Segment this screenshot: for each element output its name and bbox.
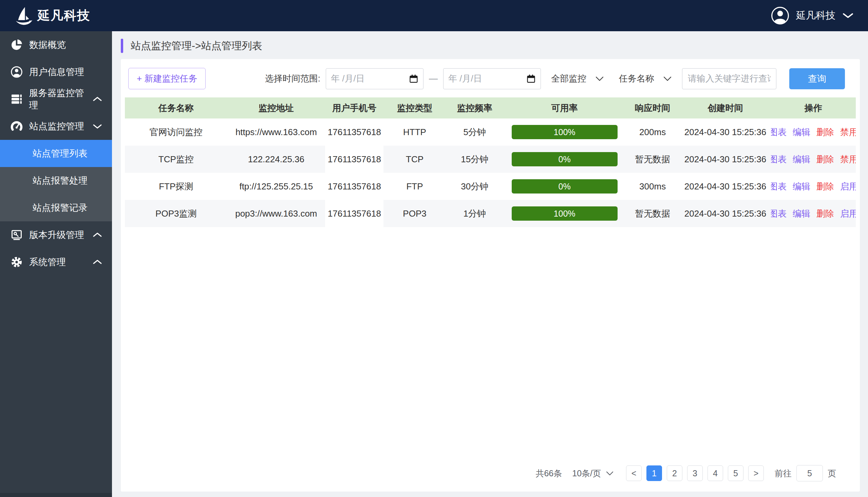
user-icon [10, 66, 24, 78]
chart-link[interactable]: 图表 [771, 126, 786, 138]
cell-url: ftp://125.255.25.15 [227, 173, 326, 200]
sidebar-item-site-monitor[interactable]: 站点监控管理 [0, 113, 112, 140]
chevron-down-icon [595, 76, 604, 82]
prev-page-button[interactable]: < [626, 466, 642, 481]
gear-icon [10, 256, 24, 269]
sidebar-subitem-alarm-record[interactable]: 站点报警记录 [0, 194, 112, 221]
task-name-select[interactable]: 任务名称 [614, 73, 677, 85]
page-button-1[interactable]: 1 [647, 466, 662, 481]
server-icon [10, 93, 24, 105]
new-task-button[interactable]: + 新建监控任务 [128, 68, 206, 89]
cell-phone: 17611357618 [325, 173, 384, 200]
breadcrumb-text: 站点监控管理->站点管理列表 [131, 39, 262, 53]
page-button-3[interactable]: 3 [687, 466, 703, 481]
sailboat-logo-icon [14, 6, 34, 26]
cell-url: pop3://www.163.com [227, 200, 326, 227]
sidebar-subitem-site-list[interactable]: 站点管理列表 [0, 140, 112, 167]
table-header-row: 任务名称 监控地址 用户手机号 监控类型 监控频率 可用率 响应时间 创建时间 … [125, 97, 856, 118]
page-size-select[interactable]: 10条/页 [572, 468, 614, 479]
sidebar-bottom-strip [0, 493, 112, 497]
brand: 延凡科技 [14, 6, 90, 26]
user-menu[interactable]: 延凡科技 [771, 6, 854, 25]
select-value: 任务名称 [619, 73, 654, 85]
user-name: 延凡科技 [796, 9, 836, 23]
delete-link[interactable]: 删除 [816, 181, 834, 193]
page-button-4[interactable]: 4 [708, 466, 723, 481]
keyword-search-input[interactable] [682, 68, 776, 89]
monitor-type-select[interactable]: 全部监控 [546, 73, 609, 85]
table-row: TCP监控 122.224.25.36 17611357618 TCP 15分钟… [125, 146, 856, 173]
cell-created: 2024-04-30 15:25:36 [680, 200, 771, 227]
select-value: 全部监控 [551, 73, 587, 85]
edit-link[interactable]: 编辑 [793, 154, 810, 165]
cell-availability: 0% [504, 146, 626, 173]
enable-link[interactable]: 启用 [840, 208, 856, 219]
goto-page-input[interactable] [796, 465, 823, 481]
version-upgrade-icon [10, 229, 24, 241]
sidebar-item-system-manage[interactable]: 系统管理 [0, 248, 112, 276]
goto-suffix: 页 [828, 468, 836, 479]
sidebar-item-version-upgrade[interactable]: 版本升级管理 [0, 221, 112, 248]
delete-link[interactable]: 删除 [816, 126, 834, 138]
top-header: 延凡科技 延凡科技 [0, 0, 868, 31]
query-button[interactable]: 查询 [789, 68, 845, 89]
sidebar-item-server-monitor[interactable]: 服务器监控管理 [0, 86, 112, 113]
sidebar: 数据概览 用户信息管理 服务器监控管理 [0, 31, 112, 497]
subitem-label: 站点报警记录 [32, 202, 88, 214]
edit-link[interactable]: 编辑 [793, 181, 810, 193]
cell-created: 2024-04-30 15:25:36 [680, 118, 771, 146]
page-button-2[interactable]: 2 [667, 466, 682, 481]
sidebar-item-label: 服务器监控管理 [29, 87, 92, 111]
cell-created: 2024-04-30 15:25:36 [680, 173, 771, 200]
chart-link[interactable]: 图表 [771, 154, 786, 165]
gauge-icon [10, 120, 24, 132]
cell-frequency: 30分钟 [446, 173, 504, 200]
content-card: + 新建监控任务 选择时间范围: 年 /月/日 — 年 /月/日 [121, 59, 860, 492]
cell-response: 暂无数据 [625, 146, 679, 173]
cell-type: FTP [384, 173, 446, 200]
brand-title: 延凡科技 [37, 7, 90, 24]
breadcrumb-accent-bar [121, 39, 123, 53]
chart-link[interactable]: 图表 [771, 208, 786, 219]
cell-response: 300ms [625, 173, 679, 200]
chevron-down-icon [842, 12, 854, 19]
page-button-5[interactable]: 5 [728, 466, 743, 481]
enable-link[interactable]: 启用 [840, 181, 856, 193]
disable-link[interactable]: 禁用 [840, 154, 856, 165]
goto-label: 前往 [775, 468, 792, 479]
col-header-phone: 用户手机号 [325, 97, 384, 118]
availability-bar: 0% [512, 179, 618, 194]
table-row: FTP探测 ftp://125.255.25.15 17611357618 FT… [125, 173, 856, 200]
calendar-icon [526, 74, 536, 84]
delete-link[interactable]: 删除 [816, 208, 834, 219]
end-date-input[interactable]: 年 /月/日 [443, 68, 541, 89]
table-row: 官网访问监控 https://www.163.com 17611357618 H… [125, 118, 856, 146]
chevron-down-icon [606, 471, 614, 476]
next-page-button[interactable]: > [748, 466, 764, 481]
sidebar-subitem-alarm-handle[interactable]: 站点报警处理 [0, 167, 112, 194]
cell-type: POP3 [384, 200, 446, 227]
cell-frequency: 5分钟 [446, 118, 504, 146]
start-date-input[interactable]: 年 /月/日 [326, 68, 423, 89]
cell-actions: 图表 编辑 删除 禁用 [771, 146, 856, 173]
cell-frequency: 15分钟 [446, 146, 504, 173]
disable-link[interactable]: 禁用 [840, 126, 856, 138]
sidebar-item-label: 站点监控管理 [29, 120, 84, 132]
sidebar-item-user-info[interactable]: 用户信息管理 [0, 58, 112, 86]
date-placeholder: 年 /月/日 [448, 73, 482, 85]
sidebar-item-data-overview[interactable]: 数据概览 [0, 31, 112, 58]
cell-task-name: FTP探测 [125, 173, 227, 200]
edit-link[interactable]: 编辑 [793, 208, 810, 219]
delete-link[interactable]: 删除 [816, 154, 834, 165]
avatar-icon [771, 6, 789, 25]
date-placeholder: 年 /月/日 [331, 73, 365, 85]
cell-availability: 0% [504, 173, 626, 200]
col-header-created: 创建时间 [680, 97, 771, 118]
edit-link[interactable]: 编辑 [793, 126, 810, 138]
availability-bar: 0% [512, 152, 618, 166]
chart-link[interactable]: 图表 [771, 181, 786, 193]
breadcrumb: 站点监控管理->站点管理列表 [121, 36, 860, 56]
cell-task-name: POP3监测 [125, 200, 227, 227]
pagination: 共66条 10条/页 < 1 2 3 4 5 > 前往 页 [121, 465, 860, 481]
toolbar: + 新建监控任务 选择时间范围: 年 /月/日 — 年 /月/日 [121, 59, 860, 93]
